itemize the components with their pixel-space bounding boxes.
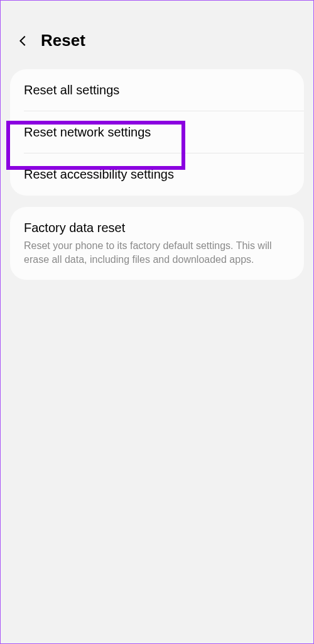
reset-network-settings-item[interactable]: Reset network settings (10, 111, 304, 153)
reset-all-settings-item[interactable]: Reset all settings (10, 69, 304, 111)
factory-reset-card: Factory data reset Reset your phone to i… (10, 207, 304, 280)
item-title: Reset network settings (24, 125, 290, 140)
factory-data-reset-item[interactable]: Factory data reset Reset your phone to i… (10, 207, 304, 280)
item-description: Reset your phone to its factory default … (24, 239, 290, 266)
back-icon[interactable] (14, 32, 32, 50)
reset-accessibility-settings-item[interactable]: Reset accessibility settings (10, 153, 304, 196)
item-title: Reset all settings (24, 83, 290, 97)
item-title: Factory data reset (24, 221, 290, 235)
reset-options-card: Reset all settings Reset network setting… (10, 69, 304, 196)
page-title: Reset (41, 31, 85, 50)
item-title: Reset accessibility settings (24, 167, 290, 182)
header: Reset (1, 1, 313, 69)
